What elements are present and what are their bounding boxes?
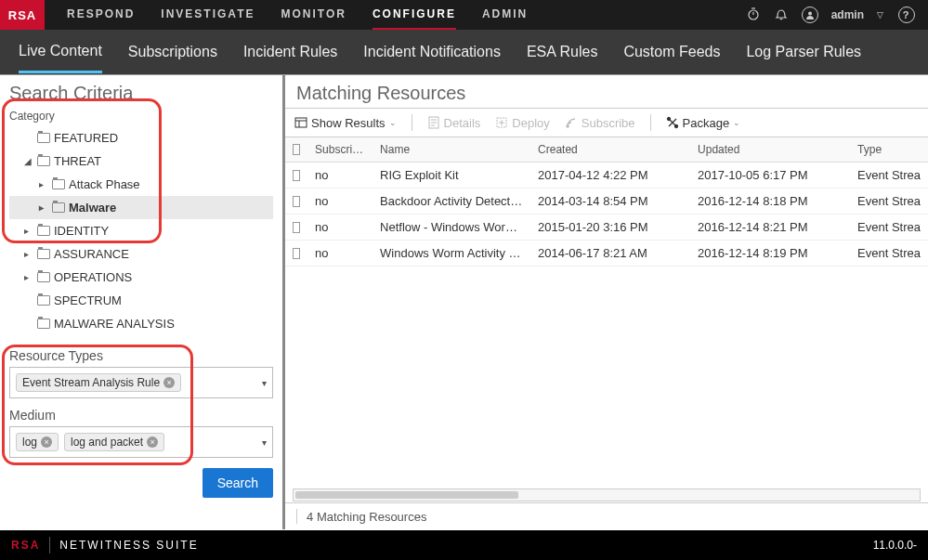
- chevron-down-icon[interactable]: ▾: [262, 437, 267, 448]
- chevron-down-icon[interactable]: ▽: [877, 10, 885, 20]
- caret-right-icon[interactable]: ▸: [39, 202, 48, 213]
- svg-point-5: [567, 125, 569, 127]
- svg-rect-2: [295, 118, 307, 127]
- search-button[interactable]: Search: [203, 468, 273, 498]
- category-label: Category: [9, 110, 273, 123]
- separator: [412, 114, 412, 131]
- subnav-item[interactable]: Incident Notifications: [363, 33, 501, 72]
- caret-right-icon[interactable]: ▸: [24, 249, 33, 259]
- cell-subscribed: no: [307, 215, 373, 240]
- subnav-item[interactable]: ESA Rules: [527, 33, 597, 72]
- tree-item-label: SPECTRUM: [54, 293, 122, 307]
- medium-label: Medium: [9, 408, 273, 423]
- subnav-item[interactable]: Live Content: [19, 32, 102, 73]
- tree-item-label: Malware: [69, 201, 116, 215]
- col-type[interactable]: Type: [850, 137, 928, 162]
- tree-item-label: FEATURED: [54, 131, 118, 145]
- chip-label: log and packet: [71, 436, 143, 449]
- tree-item-label: Attack Phase: [69, 177, 140, 191]
- topnav-item-investigate[interactable]: INVESTIGATE: [161, 0, 255, 30]
- tree-item[interactable]: ▸OPERATIONS: [9, 266, 273, 289]
- chip-label: Event Stream Analysis Rule: [22, 376, 160, 389]
- stopwatch-icon[interactable]: [746, 7, 761, 24]
- svg-point-6: [667, 118, 670, 121]
- help-icon[interactable]: ?: [898, 7, 915, 23]
- cell-subscribed: no: [307, 241, 373, 266]
- chip: log and packet×: [64, 433, 164, 451]
- footer-logo: RSA: [11, 539, 40, 552]
- table-row[interactable]: noNetflow - Windows Worm P…2015-01-20 3:…: [285, 215, 928, 241]
- col-subscribed[interactable]: Subscribed: [307, 137, 373, 162]
- col-name[interactable]: Name: [373, 137, 530, 162]
- separator: [296, 509, 297, 524]
- tree-item[interactable]: ▸ASSURANCE: [9, 242, 273, 266]
- version-label: 11.0.0.0-: [873, 539, 917, 552]
- deploy-button: Deploy: [495, 116, 549, 130]
- subnav-item[interactable]: Incident Rules: [243, 33, 337, 72]
- col-created[interactable]: Created: [530, 137, 690, 162]
- chip-label: log: [22, 436, 37, 449]
- tree-item-label: MALWARE ANALYSIS: [54, 317, 175, 331]
- chevron-down-icon: ⌄: [733, 118, 740, 127]
- caret-down-icon[interactable]: ◢: [24, 156, 33, 166]
- folder-icon: [37, 319, 50, 329]
- row-checkbox[interactable]: [285, 163, 307, 188]
- cell-updated: 2016-12-14 8:19 PM: [690, 241, 850, 266]
- tree-item[interactable]: ▸Malware: [9, 196, 273, 219]
- scrollbar-thumb[interactable]: [295, 491, 518, 499]
- tree-item[interactable]: SPECTRUM: [9, 289, 273, 312]
- medium-select[interactable]: log×log and packet×▾: [9, 426, 273, 458]
- folder-icon: [37, 156, 50, 166]
- user-icon[interactable]: [802, 7, 818, 23]
- tree-item[interactable]: ▸IDENTITY: [9, 219, 273, 242]
- tree-item[interactable]: FEATURED: [9, 126, 273, 150]
- table-row[interactable]: noRIG Exploit Kit2017-04-12 4:22 PM2017-…: [285, 163, 928, 189]
- col-updated[interactable]: Updated: [690, 137, 850, 162]
- tree-item-label: OPERATIONS: [54, 270, 132, 284]
- chip: Event Stream Analysis Rule×: [16, 373, 181, 392]
- topnav-item-admin[interactable]: ADMIN: [482, 0, 528, 30]
- tree-item[interactable]: ▸Attack Phase: [9, 173, 273, 196]
- horizontal-scrollbar[interactable]: [293, 488, 921, 501]
- tree-item[interactable]: ◢THREAT: [9, 150, 273, 173]
- separator: [650, 114, 651, 131]
- status-text: 4 Matching Resources: [307, 510, 426, 524]
- chip-remove-icon[interactable]: ×: [163, 377, 175, 388]
- cell-created: 2017-04-12 4:22 PM: [530, 163, 690, 188]
- table-row[interactable]: noBackdoor Activity Detected2014-03-14 8…: [285, 189, 928, 215]
- show-results-button[interactable]: Show Results ⌄: [294, 116, 396, 130]
- row-checkbox[interactable]: [285, 189, 307, 214]
- row-checkbox[interactable]: [285, 215, 307, 240]
- chip-remove-icon[interactable]: ×: [41, 436, 52, 448]
- category-tree: FEATURED◢THREAT▸Attack Phase▸Malware▸IDE…: [9, 123, 273, 339]
- suite-name: NETWITNESS SUITE: [59, 539, 198, 552]
- cell-updated: 2016-12-14 8:21 PM: [690, 215, 850, 240]
- topnav-item-respond[interactable]: RESPOND: [67, 0, 135, 30]
- cell-name: Windows Worm Activity De…: [373, 241, 530, 266]
- row-checkbox[interactable]: [285, 241, 307, 266]
- caret-right-icon[interactable]: ▸: [24, 226, 33, 236]
- cell-name: Backdoor Activity Detected: [373, 189, 530, 214]
- bell-icon[interactable]: [774, 7, 789, 24]
- topnav-item-monitor[interactable]: MONITOR: [281, 0, 346, 30]
- sidebar: Search Criteria Category FEATURED◢THREAT…: [0, 75, 285, 529]
- select-all-checkbox[interactable]: [285, 137, 307, 162]
- deploy-label: Deploy: [512, 116, 549, 130]
- package-button[interactable]: Package ⌄: [666, 116, 741, 130]
- subnav-item[interactable]: Log Parser Rules: [746, 33, 861, 72]
- caret-right-icon[interactable]: ▸: [39, 179, 48, 189]
- resource-types-select[interactable]: Event Stream Analysis Rule×▾: [9, 367, 273, 398]
- table-row[interactable]: noWindows Worm Activity De…2014-06-17 8:…: [285, 241, 928, 267]
- tree-item[interactable]: MALWARE ANALYSIS: [9, 312, 273, 335]
- details-button: Details: [427, 116, 481, 130]
- subnav-item[interactable]: Subscriptions: [128, 33, 217, 72]
- user-label[interactable]: admin: [831, 8, 864, 21]
- caret-right-icon[interactable]: ▸: [24, 272, 33, 282]
- subnav-item[interactable]: Custom Feeds: [623, 33, 720, 72]
- footer: RSA NETWITNESS SUITE 11.0.0.0-: [0, 530, 928, 560]
- topnav-item-configure[interactable]: CONFIGURE: [373, 0, 456, 30]
- cell-updated: 2016-12-14 8:18 PM: [690, 189, 850, 214]
- chevron-down-icon[interactable]: ▾: [262, 378, 267, 388]
- chip-remove-icon[interactable]: ×: [147, 436, 158, 448]
- table-header: Subscribed Name Created Updated Type: [285, 137, 928, 163]
